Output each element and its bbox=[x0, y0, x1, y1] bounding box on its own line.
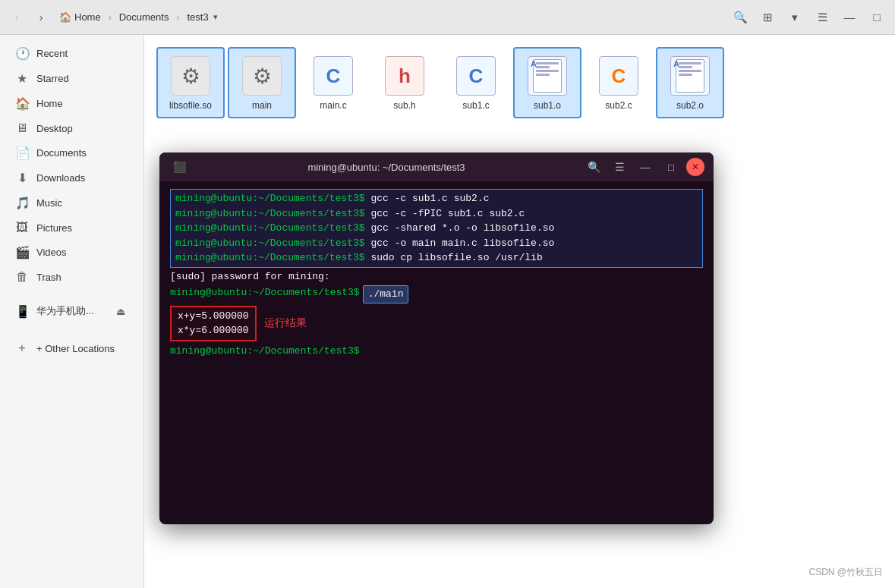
menu-icon: ☰ bbox=[818, 11, 827, 24]
view-toggle-button[interactable]: ⊞ bbox=[755, 5, 780, 30]
eject-button[interactable]: ⏏ bbox=[113, 303, 128, 319]
home-icon: 🏠 bbox=[59, 11, 71, 23]
forward-button[interactable]: › bbox=[30, 7, 52, 28]
file-icon-main: ⚙ bbox=[241, 55, 283, 97]
file-sub-h[interactable]: h sub.h bbox=[370, 47, 439, 118]
add-icon: + bbox=[15, 341, 29, 355]
file-libsofile[interactable]: ⚙ libsofile.so bbox=[156, 47, 225, 118]
sidebar-item-recent[interactable]: 🕐 Recent bbox=[3, 41, 140, 66]
home-breadcrumb[interactable]: 🏠 Home bbox=[55, 10, 106, 24]
file-main[interactable]: ⚙ main bbox=[228, 47, 296, 118]
file-icon-main-c: C bbox=[312, 55, 355, 97]
file-sub1-o[interactable]: A sub1.o bbox=[513, 47, 581, 118]
documents-breadcrumb[interactable]: Documents bbox=[115, 10, 174, 24]
file-icon-sub1-o: A bbox=[526, 55, 569, 97]
sidebar-item-pictures[interactable]: 🖼 Pictures bbox=[3, 215, 140, 240]
view-icon: ⊞ bbox=[763, 11, 773, 24]
c-file-icon-sub1: C bbox=[456, 56, 496, 96]
file-label-main: main bbox=[252, 100, 272, 111]
terminal-menu-button[interactable]: ☰ bbox=[609, 156, 630, 178]
sidebar-item-home[interactable]: 🏠 Home bbox=[3, 91, 140, 116]
sidebar-label-videos: Videos bbox=[36, 247, 67, 258]
term-cmd-3: gcc -shared *.o -o libsofile.so bbox=[365, 221, 555, 236]
file-sub2-c[interactable]: C sub2.c bbox=[585, 47, 653, 118]
content-area: ⚙ libsofile.so ⚙ main C main.c bbox=[144, 35, 895, 588]
sidebar-item-trash[interactable]: 🗑 Trash bbox=[3, 265, 140, 289]
sidebar-label-recent: Recent bbox=[36, 48, 68, 59]
sidebar-label-desktop: Desktop bbox=[36, 123, 73, 134]
device-left: 📱 华为手机助... bbox=[15, 304, 94, 319]
sidebar: 🕐 Recent ★ Starred 🏠 Home 🖥 Desktop 📄 Do… bbox=[0, 35, 144, 588]
terminal-body[interactable]: mining@ubuntu:~/Documents/test3$ gcc -c … bbox=[159, 181, 714, 524]
file-label-sub2-c: sub2.c bbox=[605, 100, 632, 111]
search-button[interactable]: 🔍 bbox=[728, 5, 752, 30]
term-cmd-4: gcc -o main main.c libsofile.so bbox=[365, 236, 555, 251]
file-grid: ⚙ libsofile.so ⚙ main C main.c bbox=[144, 35, 895, 130]
sidebar-item-music[interactable]: 🎵 Music bbox=[3, 190, 140, 215]
file-sub1-c[interactable]: C sub1.c bbox=[442, 47, 510, 118]
terminal-titlebar: ⬛ mining@ubuntu: ~/Documents/test3 🔍 ☰ —… bbox=[159, 153, 714, 181]
test3-breadcrumb[interactable]: test3 ▾ bbox=[182, 9, 223, 25]
terminal-search-icon: 🔍 bbox=[588, 161, 600, 173]
term-run-cmd: ./main bbox=[363, 285, 409, 303]
terminal-result-box: x+y=5.000000 x*y=6.000000 bbox=[170, 306, 257, 341]
maximize-button[interactable]: □ bbox=[865, 5, 889, 30]
terminal-line-sudo: [sudo] password for mining: bbox=[170, 269, 703, 285]
file-label-sub-h: sub.h bbox=[393, 100, 415, 111]
term-prompt-5: mining@ubuntu:~/Documents/test3$ bbox=[175, 250, 365, 266]
terminal-annotation: 运行结果 bbox=[264, 316, 307, 332]
file-label-libsofile: libsofile.so bbox=[169, 100, 212, 111]
home-label: Home bbox=[74, 11, 101, 23]
breadcrumb-sep-1: › bbox=[109, 12, 112, 23]
term-cmd-1: gcc -c sub1.c sub2.c bbox=[365, 191, 490, 206]
terminal-line-4: mining@ubuntu:~/Documents/test3$ gcc -o … bbox=[175, 236, 698, 251]
term-final-prompt-text: mining@ubuntu:~/Documents/test3$ bbox=[170, 344, 360, 359]
sidebar-item-videos[interactable]: 🎬 Videos bbox=[3, 240, 140, 265]
terminal-final-prompt: mining@ubuntu:~/Documents/test3$ bbox=[170, 344, 703, 359]
file-main-c[interactable]: C main.c bbox=[299, 47, 367, 118]
terminal-icon-button[interactable]: ⬛ bbox=[169, 156, 190, 178]
breadcrumb-sep-2: › bbox=[176, 12, 179, 23]
sidebar-item-other-locations[interactable]: + + Other Locations bbox=[3, 336, 140, 360]
back-button[interactable]: ‹ bbox=[6, 7, 27, 28]
breadcrumb-dropdown-icon[interactable]: ▾ bbox=[212, 11, 219, 24]
file-label-sub1-o: sub1.o bbox=[534, 100, 561, 111]
terminal-title: mining@ubuntu: ~/Documents/test3 bbox=[190, 162, 583, 173]
term-prompt-run: mining@ubuntu:~/Documents/test3$ bbox=[170, 285, 360, 303]
terminal-maximize-button[interactable]: □ bbox=[660, 156, 682, 178]
file-label-sub2-o: sub2.o bbox=[676, 100, 704, 111]
minimize-button[interactable]: — bbox=[837, 5, 862, 30]
menu-button[interactable]: ☰ bbox=[810, 5, 834, 30]
sidebar-item-starred[interactable]: ★ Starred bbox=[3, 66, 140, 91]
documents-icon: 📄 bbox=[15, 146, 29, 160]
file-sub2-o[interactable]: A sub2.o bbox=[656, 47, 724, 118]
minimize-icon: — bbox=[844, 11, 856, 24]
sidebar-device-huawei[interactable]: 📱 华为手机助... ⏏ bbox=[3, 298, 140, 324]
main-layout: 🕐 Recent ★ Starred 🏠 Home 🖥 Desktop 📄 Do… bbox=[0, 35, 895, 588]
terminal-close-button[interactable]: ✕ bbox=[686, 158, 704, 176]
terminal-minimize-button[interactable]: — bbox=[635, 156, 656, 178]
terminal-menu-icon: ☰ bbox=[615, 161, 625, 173]
downloads-icon: ⬇ bbox=[15, 171, 29, 185]
c-file-icon: C bbox=[314, 56, 353, 96]
maximize-icon: □ bbox=[873, 11, 880, 24]
recent-icon: 🕐 bbox=[15, 46, 29, 61]
view-dropdown-button[interactable]: ▾ bbox=[783, 5, 807, 30]
file-icon-sub2-c: C bbox=[597, 55, 640, 97]
sidebar-label-documents: Documents bbox=[36, 147, 87, 159]
terminal-close-icon: ✕ bbox=[692, 162, 699, 172]
view-dropdown-icon: ▾ bbox=[792, 11, 798, 24]
sidebar-label-pictures: Pictures bbox=[36, 222, 72, 234]
sidebar-item-desktop[interactable]: 🖥 Desktop bbox=[3, 116, 140, 140]
term-sudo-text: [sudo] password for mining: bbox=[170, 269, 330, 285]
pictures-icon: 🖼 bbox=[15, 221, 29, 234]
watermark: CSDN @竹秋五日 bbox=[808, 566, 883, 579]
terminal-controls: 🔍 ☰ — □ ✕ bbox=[583, 156, 704, 178]
terminal-search-button[interactable]: 🔍 bbox=[583, 156, 604, 178]
sidebar-item-documents[interactable]: 📄 Documents bbox=[3, 140, 140, 165]
home-sidebar-icon: 🏠 bbox=[15, 96, 29, 111]
file-icon-sub1-c: C bbox=[455, 55, 497, 97]
term-prompt-2: mining@ubuntu:~/Documents/test3$ bbox=[175, 206, 365, 222]
sidebar-item-downloads[interactable]: ⬇ Downloads bbox=[3, 165, 140, 190]
sidebar-label-other: + Other Locations bbox=[36, 343, 115, 354]
